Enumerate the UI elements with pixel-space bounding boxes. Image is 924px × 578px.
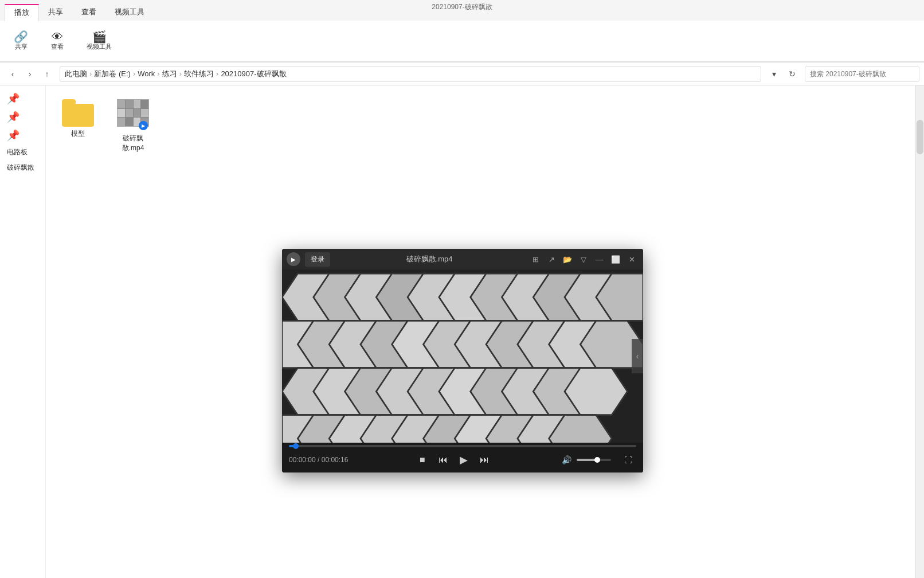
scrollbar[interactable] — [915, 85, 924, 578]
back-button[interactable]: ‹ — [5, 66, 21, 82]
player-sidebar-arrow[interactable]: ‹ — [632, 339, 643, 373]
controls-row: 00:00:00 / 00:00:16 ■ ⏮ ▶ ⏭ 🔊 — [289, 452, 636, 468]
time-display: 00:00:00 / 00:00:16 — [289, 456, 348, 464]
player-folder-btn[interactable]: 📂 — [561, 252, 574, 266]
ribbon-title: 20210907-破碎飘散 — [432, 0, 492, 14]
login-button[interactable]: 登录 — [305, 252, 330, 267]
volume-dot — [594, 457, 600, 463]
folder-icon — [62, 99, 94, 127]
breadcrumb-practice[interactable]: 练习 — [162, 69, 177, 79]
pin-icon-2[interactable]: 📌 — [2, 108, 43, 126]
file-item-video[interactable]: ▶ 破碎飘散.mp4 — [110, 95, 156, 158]
media-player: ▶ 登录 破碎飘散.mp4 ⊞ ↗ 📂 ▽ — ⬜ ✕ — [282, 249, 643, 472]
forward-button[interactable]: › — [22, 66, 38, 82]
pin-icon[interactable]: 📌 — [2, 90, 43, 107]
breadcrumb-this-pc[interactable]: 此电脑 — [65, 69, 87, 79]
scrollbar-thumb[interactable] — [917, 120, 923, 154]
video-play-badge: ▶ — [139, 121, 148, 130]
player-controls: 00:00:00 / 00:00:16 ■ ⏮ ▶ ⏭ 🔊 — [282, 443, 643, 472]
breadcrumb: 此电脑 › 新加卷 (E:) › Work › 练习 › 软件练习 › 2021… — [60, 66, 761, 82]
video-tools-button[interactable]: 🎬 视频工具 — [82, 29, 116, 53]
player-maximize-btn[interactable]: ⬜ — [609, 252, 622, 266]
refresh-button[interactable]: ↻ — [784, 66, 800, 82]
player-more-btn[interactable]: ▽ — [577, 252, 590, 266]
volume-bar[interactable] — [577, 459, 611, 461]
share-icon: 🔗 — [14, 31, 28, 42]
file-item-folder[interactable]: 模型 — [55, 95, 101, 158]
breadcrumb-drive[interactable]: 新加卷 (E:) — [94, 69, 131, 79]
sidebar-item-broken[interactable]: 破碎飘散 — [2, 161, 43, 175]
player-share-btn[interactable]: ↗ — [545, 252, 558, 266]
video-label: 破碎飘散.mp4 — [112, 134, 154, 153]
player-grid-btn[interactable]: ⊞ — [528, 252, 542, 266]
up-button[interactable]: ↑ — [39, 66, 55, 82]
volume-icon[interactable]: 🔊 — [558, 452, 574, 468]
tab-video-tools[interactable]: 视频工具 — [105, 3, 154, 21]
prev-button[interactable]: ⏮ — [435, 452, 451, 468]
volume-area: 🔊 — [558, 452, 611, 468]
fullscreen-button[interactable]: ⛶ — [620, 452, 636, 468]
search-input[interactable] — [805, 66, 919, 82]
titlebar-actions: ⊞ ↗ 📂 ▽ — ⬜ ✕ — [528, 252, 639, 266]
folder-label: 模型 — [71, 129, 85, 139]
progress-dot — [293, 443, 299, 449]
breadcrumb-software-practice[interactable]: 软件练习 — [184, 69, 214, 79]
dropdown-button[interactable]: ▾ — [766, 66, 782, 82]
progress-bar[interactable] — [289, 445, 636, 447]
player-titlebar: ▶ 登录 破碎飘散.mp4 ⊞ ↗ 📂 ▽ — ⬜ ✕ — [282, 249, 643, 270]
stop-button[interactable]: ■ — [414, 452, 430, 468]
player-logo: ▶ — [287, 252, 300, 266]
file-area: 模型 ▶ 破 — [46, 85, 924, 578]
tab-play[interactable]: 播放 — [5, 4, 39, 21]
breadcrumb-current[interactable]: 20210907-破碎飘散 — [221, 69, 286, 79]
sidebar-item-circuit[interactable]: 电路板 — [2, 145, 43, 159]
video-tools-icon: 🎬 — [92, 31, 107, 42]
video-area[interactable]: ‹ — [282, 270, 643, 443]
player-close-btn[interactable]: ✕ — [625, 252, 639, 266]
view-icon: 👁 — [52, 31, 63, 42]
play-button[interactable]: ▶ — [456, 452, 472, 468]
tab-view[interactable]: 查看 — [72, 3, 105, 21]
tab-share[interactable]: 共享 — [39, 3, 72, 21]
breadcrumb-work[interactable]: Work — [138, 69, 155, 78]
player-minimize-btn[interactable]: — — [593, 252, 606, 266]
pin-icon-3[interactable]: 📌 — [2, 127, 43, 144]
player-title: 破碎飘散.mp4 — [335, 254, 524, 264]
sidebar: 📌 📌 📌 电路板 破碎飘散 — [0, 85, 46, 578]
video-file-icon: ▶ — [117, 99, 149, 131]
share-button[interactable]: 🔗 共享 — [9, 29, 33, 53]
next-button[interactable]: ⏭ — [476, 452, 492, 468]
view-button[interactable]: 👁 查看 — [46, 29, 68, 53]
